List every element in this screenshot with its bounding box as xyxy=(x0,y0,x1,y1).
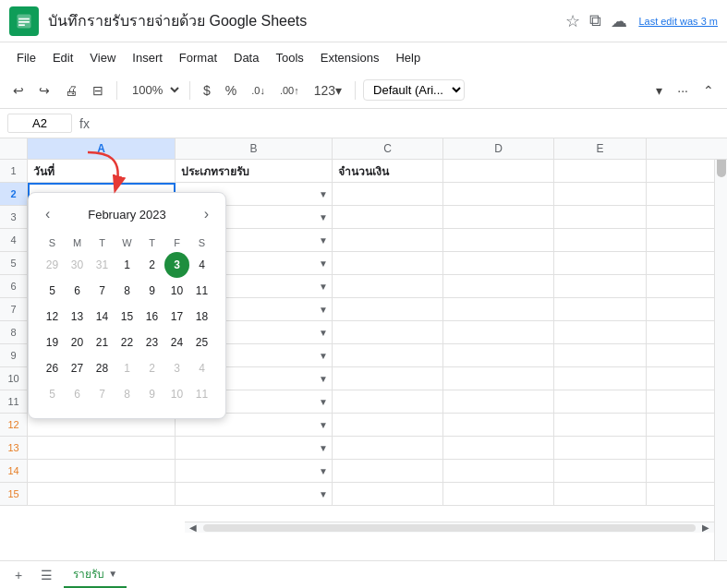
menu-file[interactable]: File xyxy=(9,47,43,68)
calendar-day[interactable]: 11 xyxy=(189,381,214,407)
currency-button[interactable]: $ xyxy=(198,79,216,102)
cell-d15[interactable] xyxy=(443,483,554,505)
more-formats-button[interactable]: 123▾ xyxy=(309,79,347,102)
add-sheet-button[interactable]: + xyxy=(7,564,30,586)
calendar-day[interactable]: 1 xyxy=(115,355,139,381)
print-button[interactable]: 🖨 xyxy=(59,79,83,102)
cell-d10[interactable] xyxy=(443,367,554,390)
calendar-day[interactable]: 12 xyxy=(40,304,65,330)
dropdown-arrow-icon[interactable]: ▼ xyxy=(319,489,328,499)
col-header-e[interactable]: E xyxy=(554,138,647,159)
paint-format-button[interactable]: ⊟ xyxy=(87,79,109,102)
calendar-day[interactable]: 26 xyxy=(40,355,65,381)
calendar-day[interactable]: 24 xyxy=(164,330,189,355)
cell-d5[interactable] xyxy=(443,252,554,274)
cell-d4[interactable] xyxy=(443,229,554,251)
cell-d2[interactable] xyxy=(443,183,554,205)
dropdown-arrow-icon[interactable]: ▼ xyxy=(319,305,328,315)
cell-c12[interactable] xyxy=(333,414,443,436)
cell-c5[interactable] xyxy=(333,252,443,274)
cell-c6[interactable] xyxy=(333,275,443,297)
cell-e2[interactable] xyxy=(554,183,647,205)
cell-d1[interactable] xyxy=(443,160,554,182)
font-size-button[interactable]: ▾ xyxy=(650,79,668,102)
calendar-day[interactable]: 22 xyxy=(115,330,139,355)
cell-d13[interactable] xyxy=(443,437,554,459)
calendar-day[interactable]: 1 xyxy=(115,252,139,278)
calendar-day[interactable]: 6 xyxy=(65,381,90,407)
cell-c1[interactable]: จำนวนเงิน xyxy=(333,160,443,182)
calendar-day[interactable]: 23 xyxy=(139,330,164,355)
vertical-scrollbar[interactable] xyxy=(714,138,727,560)
dropdown-arrow-icon[interactable]: ▼ xyxy=(319,466,328,476)
calendar-day[interactable]: 3 xyxy=(164,355,189,381)
calendar-day[interactable]: 6 xyxy=(65,278,90,304)
calendar-day[interactable]: 11 xyxy=(189,278,214,304)
dropdown-arrow-icon[interactable]: ▼ xyxy=(319,258,328,269)
dropdown-arrow-icon[interactable]: ▼ xyxy=(319,397,328,407)
cell-e6[interactable] xyxy=(554,275,647,297)
menu-tools[interactable]: Tools xyxy=(268,47,310,68)
cloud-icon[interactable]: ☁ xyxy=(611,11,627,31)
calendar-day[interactable]: 3 xyxy=(164,252,189,278)
cell-b1[interactable]: ประเภทรายรับ xyxy=(176,160,333,182)
calendar-day[interactable]: 15 xyxy=(115,304,139,330)
calendar-day[interactable]: 21 xyxy=(90,330,115,355)
calendar-day[interactable]: 7 xyxy=(90,278,115,304)
cell-e1[interactable] xyxy=(554,160,647,182)
calendar-day[interactable]: 2 xyxy=(139,252,164,278)
scroll-right-icon[interactable]: ▶ xyxy=(699,522,712,533)
col-header-a[interactable]: A xyxy=(28,138,176,159)
font-select[interactable]: Default (Ari... xyxy=(363,79,465,101)
calendar-day[interactable]: 4 xyxy=(189,355,214,381)
col-header-d[interactable]: D xyxy=(443,138,554,159)
calendar-day[interactable]: 5 xyxy=(40,381,65,407)
dropdown-arrow-icon[interactable]: ▼ xyxy=(319,328,328,338)
calendar-day[interactable]: 16 xyxy=(139,304,164,330)
menu-help[interactable]: Help xyxy=(388,47,428,68)
calendar-picker[interactable]: ‹ February 2023 › S M T W T F S 29303112… xyxy=(28,192,226,419)
calendar-day[interactable]: 25 xyxy=(189,330,214,355)
calendar-day[interactable]: 4 xyxy=(189,252,214,278)
dec-increase-button[interactable]: .00↑ xyxy=(274,81,305,100)
dropdown-arrow-icon[interactable]: ▼ xyxy=(319,443,328,453)
percent-button[interactable]: % xyxy=(220,79,242,102)
calendar-day[interactable]: 7 xyxy=(90,381,115,407)
dropdown-arrow-icon[interactable]: ▼ xyxy=(319,189,328,199)
copy-icon[interactable]: ⧉ xyxy=(589,11,601,30)
calendar-day[interactable]: 18 xyxy=(189,304,214,330)
cell-c7[interactable] xyxy=(333,298,443,320)
menu-insert[interactable]: Insert xyxy=(125,47,170,68)
calendar-day[interactable]: 28 xyxy=(90,355,115,381)
calendar-day[interactable]: 13 xyxy=(65,304,90,330)
cell-d9[interactable] xyxy=(443,344,554,366)
cell-e10[interactable] xyxy=(554,367,647,390)
cell-c13[interactable] xyxy=(333,437,443,459)
calendar-day[interactable]: 14 xyxy=(90,304,115,330)
cell-d8[interactable] xyxy=(443,321,554,343)
calendar-day[interactable]: 30 xyxy=(65,252,90,278)
cell-c11[interactable] xyxy=(333,390,443,413)
redo-button[interactable]: ↪ xyxy=(33,79,55,102)
sheet-tab-arrow-icon[interactable]: ▼ xyxy=(108,569,117,579)
cell-d14[interactable] xyxy=(443,460,554,482)
cell-d3[interactable] xyxy=(443,206,554,228)
last-edit-label[interactable]: Last edit was 3 m xyxy=(638,16,718,27)
calendar-day[interactable]: 10 xyxy=(164,381,189,407)
cell-e13[interactable] xyxy=(554,437,647,459)
cell-b13[interactable]: ▼ xyxy=(176,437,333,459)
dropdown-arrow-icon[interactable]: ▼ xyxy=(319,282,328,292)
cell-c14[interactable] xyxy=(333,460,443,482)
collapse-toolbar-button[interactable]: ⌃ xyxy=(697,79,720,102)
cell-a15[interactable] xyxy=(28,483,176,505)
cell-e5[interactable] xyxy=(554,252,647,274)
cell-e11[interactable] xyxy=(554,390,647,413)
cell-a14[interactable] xyxy=(28,460,176,482)
cell-e3[interactable] xyxy=(554,206,647,228)
dropdown-arrow-icon[interactable]: ▼ xyxy=(319,420,328,430)
cell-c9[interactable] xyxy=(333,344,443,366)
scroll-left-icon[interactable]: ◀ xyxy=(187,522,200,533)
dropdown-arrow-icon[interactable]: ▼ xyxy=(319,351,328,361)
cell-a1[interactable]: วันที่ xyxy=(28,160,176,182)
cell-d12[interactable] xyxy=(443,414,554,436)
